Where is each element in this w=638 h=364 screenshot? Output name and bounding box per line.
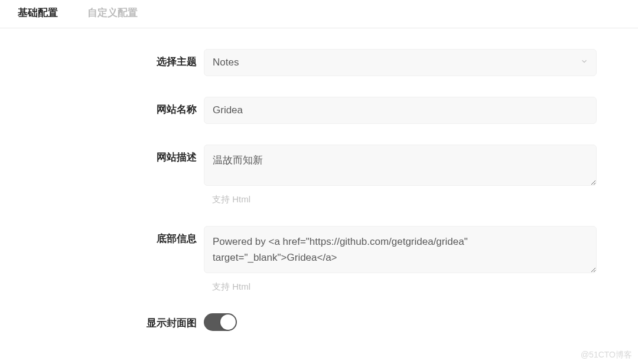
tab-basic-config[interactable]: 基础配置	[18, 6, 58, 19]
row-footer-info: 底部信息 Powered by <a href="https://github.…	[0, 226, 638, 293]
label-site-description: 网站描述	[0, 145, 204, 164]
show-cover-toggle[interactable]	[204, 313, 237, 331]
toggle-knob	[220, 314, 236, 330]
theme-select-value: Notes	[213, 57, 239, 68]
footer-info-helper: 支持 Html	[204, 276, 597, 293]
tab-custom-config[interactable]: 自定义配置	[87, 6, 138, 19]
theme-select[interactable]: Notes	[204, 49, 597, 76]
theme-select-wrap: Notes	[204, 49, 597, 76]
watermark: @51CTO博客	[581, 350, 632, 360]
label-show-cover: 显示封面图	[0, 314, 204, 330]
row-theme: 选择主题 Notes	[0, 49, 638, 76]
site-description-helper: 支持 Html	[204, 188, 597, 205]
row-site-name: 网站名称	[0, 97, 638, 124]
label-site-name: 网站名称	[0, 97, 204, 116]
label-footer-info: 底部信息	[0, 226, 204, 245]
form-container: 选择主题 Notes 网站名称 网站描述 温故而知新 支持 Html 底部信息	[0, 28, 638, 331]
site-name-input[interactable]	[204, 97, 597, 124]
label-theme: 选择主题	[0, 49, 204, 68]
row-site-description: 网站描述 温故而知新 支持 Html	[0, 145, 638, 205]
row-show-cover: 显示封面图	[0, 313, 638, 331]
site-description-textarea[interactable]: 温故而知新	[204, 145, 597, 186]
footer-info-textarea[interactable]: Powered by <a href="https://github.com/g…	[204, 226, 597, 273]
tabs-bar: 基础配置 自定义配置	[0, 0, 638, 28]
